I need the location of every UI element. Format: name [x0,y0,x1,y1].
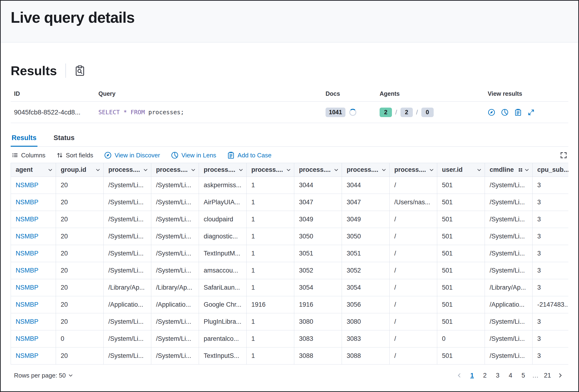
table-cell: 1916 [294,296,342,313]
page-title: Live query details [11,9,568,26]
table-cell: 20 [56,177,104,194]
query-token [120,109,123,116]
agent-link[interactable]: NSMBP [11,211,56,228]
table-cell: 20 [56,313,104,330]
chevron-down-icon[interactable] [477,167,482,173]
grid-column-header[interactable]: cmdline [485,163,532,177]
chevron-down-icon[interactable] [143,167,148,173]
case-icon [514,109,522,116]
table-cell: /System/Li... [104,211,151,228]
table-cell: cloudpaird [199,211,247,228]
chevron-down-icon[interactable] [286,167,291,173]
table-row: NSMBP20/Applicatio.../Applicatio...Googl… [11,296,568,313]
lens-icon [171,151,179,159]
table-cell: / [390,211,437,228]
table-cell: 3052 [294,262,342,279]
grid-column-header[interactable]: cpu_sub... [532,163,568,177]
summary-header-view-results: View results [484,90,568,97]
table-row: NSMBP20/System/Li.../System/Li...cloudpa… [11,211,568,228]
page-button[interactable]: 4 [505,370,516,381]
table-cell: 3 [532,245,568,262]
case-button[interactable] [514,109,522,116]
table-cell: /System/Li... [104,228,151,245]
chevron-down-icon[interactable] [381,167,386,173]
page-button[interactable]: 1 [466,370,478,381]
grid-column-label: cmdline [490,166,514,174]
table-cell: 3047 [342,194,390,211]
grid-column-header[interactable]: process.... [390,163,437,177]
chevron-down-icon[interactable] [334,167,339,173]
grid-column-label: process.... [156,166,188,174]
table-cell: 3049 [342,211,390,228]
grid-column-header[interactable]: agent [11,163,56,177]
view-in-discover-link[interactable]: View in Discover [104,151,160,159]
table-cell: 20 [56,262,104,279]
grid-column-header[interactable]: process.... [151,163,199,177]
table-cell: 1 [247,313,294,330]
table-cell: /Applicatio... [104,296,151,313]
agent-link[interactable]: NSMBP [11,347,56,365]
add-to-case-link[interactable]: Add to Case [227,151,272,159]
fullscreen-button[interactable] [560,151,567,159]
table-cell: /Library/Ap... [151,279,199,296]
agent-link[interactable]: NSMBP [11,262,56,279]
rows-per-page-button[interactable]: Rows per page: 50 [14,372,73,379]
agent-link[interactable]: NSMBP [11,177,56,194]
columns-icon [12,152,18,159]
agent-link[interactable]: NSMBP [11,245,56,262]
chevron-down-icon[interactable] [429,167,434,173]
view-in-lens-label: View in Lens [181,152,216,159]
table-row: NSMBP20/System/Li.../System/Li...AirPlay… [11,194,568,211]
page-button[interactable]: 3 [492,370,503,381]
grid-column-label: process.... [347,166,378,174]
page-button[interactable]: 21 [542,370,553,381]
next-page-button[interactable] [555,370,566,381]
agent-link[interactable]: NSMBP [11,194,56,211]
table-cell: 3 [532,313,568,330]
table-cell: 3052 [342,262,390,279]
agent-link[interactable]: NSMBP [11,330,56,347]
chevron-down-icon[interactable] [95,167,101,173]
columns-button[interactable]: Columns [12,152,46,159]
table-cell: 501 [437,262,485,279]
view-in-lens-link[interactable]: View in Lens [171,151,216,159]
lens-button[interactable] [501,109,508,116]
grid-column-header[interactable]: process.... [104,163,151,177]
table-cell: 3054 [342,279,390,296]
table-cell: /Library/Ap... [485,279,532,296]
expand-button[interactable] [527,109,535,116]
chevron-down-icon[interactable] [48,167,53,173]
grid-column-header[interactable]: user.id [437,163,485,177]
summary-data-row: 9045fcb8-8522-4cd8... SELECT * FROM proc… [11,102,568,123]
chevron-down-icon[interactable] [524,167,529,173]
column-actions-icon[interactable] [518,168,523,172]
table-cell: 3 [532,347,568,365]
chevron-down-icon[interactable] [238,167,243,173]
table-cell: / [390,279,437,296]
table-cell: /System/Li... [485,313,532,330]
page-button[interactable]: 2 [479,370,491,381]
grid-column-label: user.id [442,166,463,174]
table-cell: /Applicatio... [151,296,199,313]
grid-column-header[interactable]: group.id [56,163,104,177]
tab-status[interactable]: Status [53,129,76,146]
agent-link[interactable]: NSMBP [11,296,56,313]
agent-link[interactable]: NSMBP [11,313,56,330]
grid-column-header[interactable]: process.... [294,163,342,177]
table-cell: -2147483... [532,296,568,313]
inspect-button[interactable] [74,65,85,76]
grid-column-header[interactable]: process.... [199,163,247,177]
agent-link[interactable]: NSMBP [11,228,56,245]
grid-column-header[interactable]: process.... [342,163,390,177]
discover-button[interactable] [488,109,495,116]
query-token: SELECT [98,109,120,116]
sort-fields-button[interactable]: Sort fields [56,152,93,159]
grid-column-header[interactable]: process.... [247,163,294,177]
page-button[interactable]: 5 [518,370,529,381]
chevron-down-icon[interactable] [191,167,196,173]
tab-results[interactable]: Results [11,129,37,146]
query-cell: SELECT * FROM processes; [95,109,322,116]
agent-link[interactable]: NSMBP [11,279,56,296]
prev-page-button[interactable] [454,370,465,381]
grid-toolbar: Columns Sort fields View in Discover Vie… [11,147,568,163]
